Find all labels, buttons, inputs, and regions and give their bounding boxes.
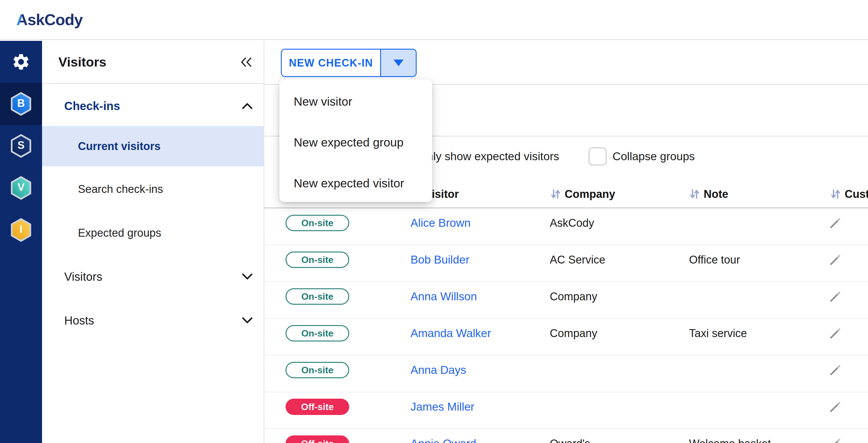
sidebar-item-label: Expected groups xyxy=(78,227,161,239)
rail-item-module-v[interactable]: V xyxy=(0,167,42,209)
logo-text: skCody xyxy=(27,11,83,28)
sort-icon xyxy=(551,189,561,199)
table-row: On-site Alice Brown AskCody xyxy=(264,209,868,245)
table-row: On-site Amanda Walker Company Taxi servi… xyxy=(264,319,868,355)
edit-button[interactable] xyxy=(828,289,842,304)
rail-letter: I xyxy=(10,218,32,241)
column-header-company[interactable]: Company xyxy=(551,184,615,204)
sidebar: Visitors Check-ins Current visitors Sear… xyxy=(42,41,264,443)
note-cell: Taxi service xyxy=(689,327,747,340)
rail-letter: B xyxy=(10,92,32,115)
column-label: Cust xyxy=(845,188,868,200)
pencil-icon xyxy=(829,437,841,443)
rail-item-settings[interactable] xyxy=(0,41,42,83)
sidebar-title: Visitors xyxy=(58,55,106,70)
sidebar-item-label: Hosts xyxy=(64,314,94,327)
note-cell: Office tour xyxy=(689,254,740,266)
gear-icon xyxy=(11,52,31,71)
askcody-logo[interactable]: AskCody xyxy=(17,10,83,29)
visitor-name-link[interactable]: Annie Qward xyxy=(410,437,476,443)
company-cell: Qward's xyxy=(550,438,590,443)
app-rail: B S V I xyxy=(0,41,42,443)
chevron-double-left-icon xyxy=(240,57,253,68)
sidebar-item-label: Check-ins xyxy=(64,99,120,113)
company-cell: AskCody xyxy=(550,217,594,229)
visitor-name-link[interactable]: Bob Builder xyxy=(410,253,469,266)
status-badge: On-site xyxy=(285,288,349,305)
collapse-sidebar-button[interactable] xyxy=(239,54,255,70)
menu-item-new-visitor[interactable]: New visitor xyxy=(279,81,432,122)
chevron-down-icon xyxy=(242,317,253,324)
top-bar: AskCody xyxy=(0,0,868,40)
sidebar-item-hosts[interactable]: Hosts xyxy=(42,307,264,335)
table-body: On-site Alice Brown AskCody On-site Bob … xyxy=(264,209,868,443)
edit-button[interactable] xyxy=(828,216,842,230)
sort-icon xyxy=(831,189,841,199)
visitor-name-link[interactable]: Anna Days xyxy=(410,363,466,376)
new-check-in-dropdown-toggle[interactable] xyxy=(380,50,416,76)
visitor-name-link[interactable]: Anna Willson xyxy=(410,290,477,303)
pencil-icon xyxy=(829,363,841,376)
visitor-name-link[interactable]: Amanda Walker xyxy=(410,327,491,340)
pencil-icon xyxy=(829,253,841,266)
column-label: Company xyxy=(565,188,615,200)
table-row: Off-site James Miller xyxy=(264,392,868,429)
menu-item-new-expected-group[interactable]: New expected group xyxy=(279,122,432,163)
pencil-icon xyxy=(829,327,841,340)
sidebar-item-label: Visitors xyxy=(64,270,102,283)
logo-letter-a: A xyxy=(17,11,27,28)
new-check-in-split-button: NEW CHECK-IN xyxy=(281,49,416,77)
rail-letter: S xyxy=(10,134,32,156)
rail-item-module-s[interactable]: S xyxy=(0,125,42,167)
sidebar-item-search-check-ins[interactable]: Search check-ins xyxy=(42,175,264,203)
status-badge: On-site xyxy=(285,325,349,342)
chevron-up-icon xyxy=(242,102,253,109)
table-row: On-site Bob Builder AC Service Office to… xyxy=(264,245,868,282)
new-check-in-button[interactable]: NEW CHECK-IN xyxy=(282,50,380,76)
sidebar-item-visitors[interactable]: Visitors xyxy=(42,263,264,291)
new-check-in-label: NEW CHECK-IN xyxy=(289,57,373,69)
visitor-name-link[interactable]: Alice Brown xyxy=(410,217,471,229)
note-cell: Welcome basket xyxy=(689,438,771,443)
chevron-down-icon xyxy=(242,273,253,280)
edit-button[interactable] xyxy=(828,400,842,414)
rail-item-module-i[interactable]: I xyxy=(0,209,42,251)
pencil-icon xyxy=(829,217,841,229)
collapse-groups-label: Collapse groups xyxy=(613,150,695,163)
column-label: Note xyxy=(704,188,728,200)
pencil-icon xyxy=(829,290,841,303)
status-badge: Off-site xyxy=(285,435,349,443)
table-row: Off-site Annie Qward Qward's Welcome bas… xyxy=(264,429,868,443)
new-check-in-menu: New visitor New expected group New expec… xyxy=(279,80,432,202)
sidebar-item-current-visitors[interactable]: Current visitors xyxy=(42,126,264,166)
status-badge: On-site xyxy=(285,252,349,268)
company-cell: Company xyxy=(550,327,597,340)
status-badge: Off-site xyxy=(285,399,349,415)
company-cell: AC Service xyxy=(550,254,605,266)
rail-letter: V xyxy=(10,176,32,198)
status-badge: On-site xyxy=(285,215,349,231)
sidebar-item-expected-groups[interactable]: Expected groups xyxy=(42,219,264,247)
rail-item-module-b[interactable]: B xyxy=(0,83,42,125)
filter-collapse-groups: Collapse groups xyxy=(589,147,695,165)
column-header-note[interactable]: Note xyxy=(690,184,728,204)
edit-button[interactable] xyxy=(828,363,842,377)
only-expected-label: Only show expected visitors xyxy=(418,150,559,163)
table-row: On-site Anna Willson Company xyxy=(264,282,868,319)
table-row: On-site Anna Days xyxy=(264,355,868,392)
column-header-custom[interactable]: Cust xyxy=(831,184,868,204)
collapse-groups-checkbox[interactable] xyxy=(589,147,607,165)
sidebar-item-check-ins[interactable]: Check-ins xyxy=(42,92,264,120)
visitor-name-link[interactable]: James Miller xyxy=(410,401,474,413)
edit-button[interactable] xyxy=(828,253,842,267)
sidebar-item-label: Search check-ins xyxy=(78,183,163,195)
edit-button[interactable] xyxy=(828,326,842,340)
edit-button[interactable] xyxy=(828,437,842,443)
menu-item-new-expected-visitor[interactable]: New expected visitor xyxy=(279,163,432,204)
pencil-icon xyxy=(829,401,841,413)
sort-icon xyxy=(690,189,700,199)
sidebar-item-label: Current visitors xyxy=(78,140,161,153)
company-cell: Company xyxy=(550,290,597,303)
status-badge: On-site xyxy=(285,362,349,378)
caret-down-icon xyxy=(394,60,403,66)
